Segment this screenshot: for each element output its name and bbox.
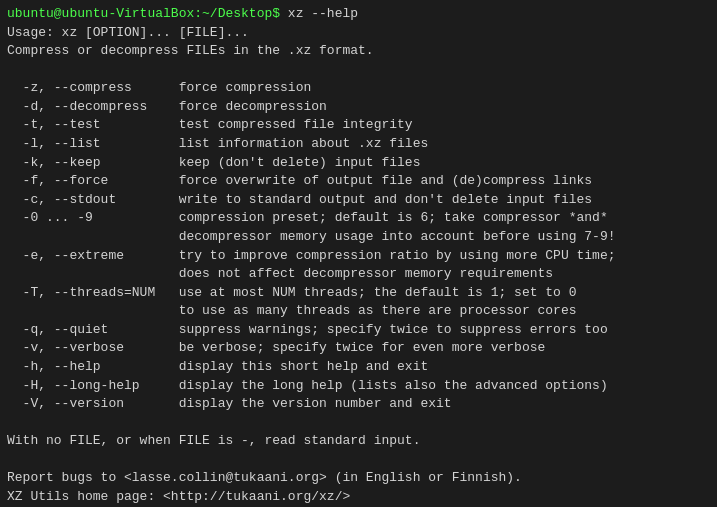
line-7: -l, --list list information about .xz fi… <box>7 135 710 154</box>
line-11: -0 ... -9 compression preset; default is… <box>7 209 710 228</box>
line-21: -V, --version display the version number… <box>7 395 710 414</box>
line-18: -v, --verbose be verbose; specify twice … <box>7 339 710 358</box>
line-20: -H, --long-help display the long help (l… <box>7 377 710 396</box>
line-16: to use as many threads as there are proc… <box>7 302 710 321</box>
line-12: decompressor memory usage into account b… <box>7 228 710 247</box>
line-8: -k, --keep keep (don't delete) input fil… <box>7 154 710 173</box>
line-23: Report bugs to <lasse.collin@tukaani.org… <box>7 469 710 488</box>
terminal-window: ubuntu@ubuntu-VirtualBox:~/Desktop$ xz -… <box>0 0 717 507</box>
terminal-output: ubuntu@ubuntu-VirtualBox:~/Desktop$ xz -… <box>7 5 710 507</box>
line-17: -q, --quiet suppress warnings; specify t… <box>7 321 710 340</box>
line-5: -d, --decompress force decompression <box>7 98 710 117</box>
line-9: -f, --force force overwrite of output fi… <box>7 172 710 191</box>
line-3: Compress or decompress FILEs in the .xz … <box>7 42 710 61</box>
line-blank-3 <box>7 451 710 470</box>
line-22: With no FILE, or when FILE is -, read st… <box>7 432 710 451</box>
line-2: Usage: xz [OPTION]... [FILE]... <box>7 24 710 43</box>
line-blank-2 <box>7 414 710 433</box>
line-13: -e, --extreme try to improve compression… <box>7 247 710 266</box>
line-15: -T, --threads=NUM use at most NUM thread… <box>7 284 710 303</box>
line-1: ubuntu@ubuntu-VirtualBox:~/Desktop$ xz -… <box>7 5 710 24</box>
line-4: -z, --compress force compression <box>7 79 710 98</box>
command-text: xz --help <box>280 6 358 21</box>
line-14: does not affect decompressor memory requ… <box>7 265 710 284</box>
line-24: XZ Utils home page: <http://tukaani.org/… <box>7 488 710 507</box>
line-6: -t, --test test compressed file integrit… <box>7 116 710 135</box>
line-19: -h, --help display this short help and e… <box>7 358 710 377</box>
line-10: -c, --stdout write to standard output an… <box>7 191 710 210</box>
prompt-label: ubuntu@ubuntu-VirtualBox:~/Desktop$ <box>7 6 280 21</box>
line-blank-1 <box>7 61 710 80</box>
